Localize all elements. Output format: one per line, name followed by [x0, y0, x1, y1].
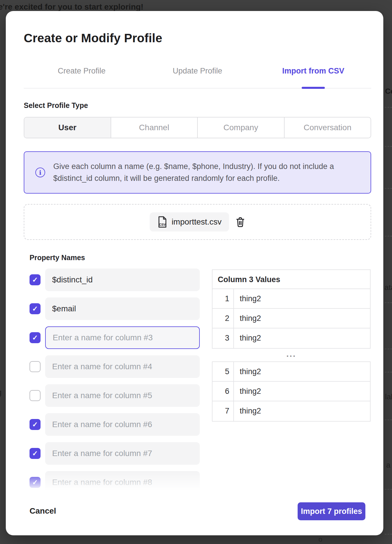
row-number-cell: 6 — [213, 382, 234, 401]
row-value-cell: thing2 — [234, 289, 261, 308]
property-name-input[interactable] — [45, 471, 200, 494]
trash-icon — [235, 216, 245, 227]
property-checkbox[interactable] — [30, 390, 41, 401]
property-checkbox[interactable]: ✓ — [30, 274, 41, 285]
property-rows: ✓ ✓ ✓ ✓ ✓ — [30, 269, 200, 500]
tab-update-profile[interactable]: Update Profile — [140, 64, 255, 78]
profile-type-label: Select Profile Type — [24, 101, 88, 110]
background-dashed-line — [385, 302, 392, 303]
property-name-input[interactable] — [45, 326, 200, 349]
segment-conversation[interactable]: Conversation — [285, 117, 371, 138]
csv-filename: importtest.csv — [172, 217, 222, 227]
background-dashed-line — [385, 146, 392, 147]
row-value-cell: thing2 — [234, 382, 261, 401]
background-dashed-line — [385, 349, 392, 349]
cancel-button[interactable]: Cancel — [30, 506, 56, 516]
property-name-input[interactable] — [45, 269, 200, 291]
active-tab-underline — [302, 87, 325, 89]
create-or-modify-profile-modal: Create or Modify Profile Create Profile … — [6, 11, 383, 535]
table-row: 2 thing2 — [213, 309, 370, 328]
property-checkbox[interactable]: ✓ — [30, 448, 41, 459]
row-value-cell: thing2 — [234, 328, 261, 348]
property-names-label: Property Names — [30, 253, 85, 262]
table-row: 1 thing2 — [213, 289, 370, 309]
tab-create-profile[interactable]: Create Profile — [24, 64, 140, 78]
background-fragment: a — [386, 461, 390, 470]
row-value-cell: thing2 — [234, 362, 261, 381]
background-dashed-line — [385, 534, 392, 534]
svg-text:CSV: CSV — [159, 223, 166, 226]
background-fragment: g — [0, 388, 2, 397]
property-checkbox[interactable]: ✓ — [30, 419, 41, 430]
csv-file-icon: CSV — [157, 216, 168, 228]
table-row: 7 thing2 — [213, 401, 370, 421]
background-dashed-line — [385, 236, 392, 236]
segment-user[interactable]: User — [24, 117, 111, 138]
property-checkbox[interactable]: ✓ — [30, 477, 41, 488]
background-fragment: o — [318, 535, 322, 543]
property-name-input[interactable] — [45, 413, 200, 436]
values-table-bottom: 5 thing2 6 thing2 7 thing2 — [212, 361, 371, 422]
csv-file-chip: CSV importtest.csv — [150, 212, 229, 231]
page-title: Create or Modify Profile — [24, 31, 162, 45]
segment-channel[interactable]: Channel — [111, 117, 198, 138]
background-banner-text: e're excited for you to start exploring! — [0, 2, 143, 12]
row-number-cell: 5 — [213, 362, 234, 381]
upload-dropzone[interactable]: CSV importtest.csv — [24, 204, 371, 240]
page: e're excited for you to start exploring!… — [0, 0, 392, 544]
values-table-top: Column 3 Values 1 thing2 2 thing2 3 thin… — [212, 269, 371, 349]
info-banner: i Give each column a name (e.g. $name, $… — [24, 151, 371, 194]
background-dashed-line — [385, 372, 392, 372]
property-name-input[interactable] — [45, 355, 200, 378]
property-row: ✓ — [30, 297, 200, 320]
modal-tabs: Create Profile Update Profile Import fro… — [24, 64, 371, 78]
values-table-header: Column 3 Values — [213, 270, 370, 289]
property-row: ✓ — [30, 269, 200, 291]
property-checkbox[interactable] — [30, 361, 41, 372]
background-dashed-line — [385, 420, 392, 420]
import-profiles-button[interactable]: Import 7 profiles — [298, 502, 365, 520]
table-row: 6 thing2 — [213, 382, 370, 401]
row-number-cell: 1 — [213, 289, 234, 308]
property-name-input[interactable] — [45, 297, 200, 320]
property-row — [30, 384, 200, 407]
tab-import-from-csv[interactable]: Import from CSV — [255, 64, 371, 78]
column-values-preview: Column 3 Values 1 thing2 2 thing2 3 thin… — [212, 269, 371, 422]
background-fragment: lab — [385, 392, 392, 401]
background-dashed-line — [385, 107, 392, 108]
property-row: ✓ — [30, 326, 200, 349]
profile-type-segmented-control: User Channel Company Conversation — [24, 117, 371, 138]
info-banner-text: Give each column a name (e.g. $name, $ph… — [53, 161, 349, 184]
property-row — [30, 355, 200, 378]
property-name-input[interactable] — [45, 442, 200, 465]
row-value-cell: thing2 — [234, 309, 261, 328]
row-value-cell: thing2 — [234, 401, 261, 421]
background-dashed-line — [385, 489, 392, 490]
info-icon: i — [35, 168, 45, 177]
property-row: ✓ — [30, 413, 200, 436]
segment-company[interactable]: Company — [198, 117, 285, 138]
property-name-input[interactable] — [45, 384, 200, 407]
background-dashed-line — [385, 188, 392, 189]
table-row: 5 thing2 — [213, 362, 370, 382]
row-number-cell: 7 — [213, 401, 234, 421]
background-fragment: ata — [384, 283, 392, 292]
table-ellipsis: ... — [212, 349, 371, 361]
delete-file-button[interactable] — [235, 216, 245, 227]
property-checkbox[interactable]: ✓ — [30, 332, 41, 343]
property-row: ✓ — [30, 442, 200, 465]
background-fragment: Co — [385, 87, 392, 96]
row-number-cell: 3 — [213, 328, 234, 348]
row-number-cell: 2 — [213, 309, 234, 328]
table-row: 3 thing2 — [213, 328, 370, 348]
property-checkbox[interactable]: ✓ — [30, 303, 41, 314]
property-row: ✓ — [30, 471, 200, 494]
